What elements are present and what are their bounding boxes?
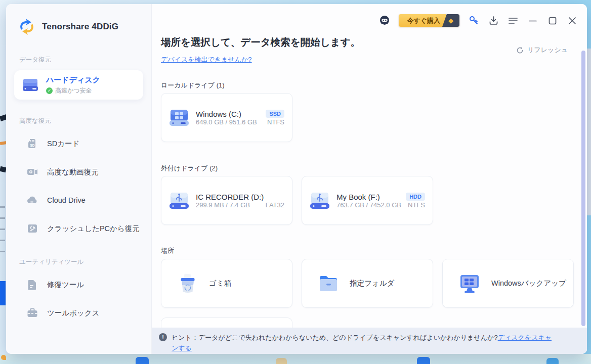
group-label-local-drives: ローカルドライブ (1) [161,81,225,90]
maximize-icon[interactable] [547,15,558,26]
hint-text: ヒント：データがどこで失われたかわからないため、どのドライブをスキャンすればよい… [172,334,498,341]
svg-text:SD: SD [30,144,34,147]
hard-disk-icon [21,77,39,93]
minimize-icon[interactable] [527,15,538,26]
location-label: Windowsバックアップ [491,279,566,288]
close-icon[interactable] [567,15,578,26]
recycle-bin-icon [177,272,198,295]
sd-card-icon: SD [26,138,38,150]
sidebar-item-label: 修復ツール [47,280,84,290]
sidebar-item-crashed-pc[interactable]: クラッシュしたPCから復元 [6,214,151,243]
drive-name: Windows (C:) [196,110,241,118]
drive-type-badge: SSD [266,110,284,118]
section-label-data-recovery: データ復元 [6,56,151,64]
sidebar-item-cloud-drive[interactable]: Cloud Drive [6,186,151,214]
sidebar-item-label: 高度な動画復元 [47,167,99,177]
buy-now-button[interactable]: 今すぐ購入 ◆ [399,14,459,27]
sidebar-item-label: ハードディスク [46,75,100,85]
repair-tool-icon [26,279,38,291]
sidebar-item-label: SDカード [47,139,79,149]
drive-size: 649.0 GB / 951.6 GB [196,118,257,126]
cloud-drive-icon [26,194,38,206]
desktop-window-behind [0,281,6,305]
section-label-advanced: 高度な復元 [6,117,151,125]
usb-drive-icon [308,190,331,211]
desktop-taskbar-icon [136,357,149,364]
drive-filesystem: NTFS [408,201,425,209]
sidebar-item-sd-card[interactable]: SD SDカード [6,129,151,158]
drive-filesystem: FAT32 [266,201,284,209]
drive-card-ic-recorder-d[interactable]: IC RECORDER (D:) 299.9 MB / 7.4 GB FAT32 [161,176,292,225]
video-recovery-icon [26,166,38,178]
drive-card-my-book-f[interactable]: My Book (F:) HDD 763.7 GB / 7452.0 GB NT… [302,176,433,225]
key-icon[interactable] [468,15,479,26]
desktop-wallpaper-text [0,206,5,252]
location-card-folder[interactable]: 指定フォルダ [302,259,433,308]
drive-name: IC RECORDER (D:) [196,193,264,201]
toolbox-icon [26,307,38,319]
folder-icon [318,274,339,294]
refresh-button[interactable]: リフレッシュ [516,46,568,55]
drive-card-windows-c[interactable]: Windows (C:) SSD 649.0 GB / 951.6 GB NTF… [161,93,292,142]
refresh-label: リフレッシュ [527,46,568,55]
desktop-taskbar-icon [546,358,559,364]
sidebar: Tenorshare 4DDiG データ復元 ハードディスク ✓ 高速かつ安全 [6,4,152,354]
app-logo-row: Tenorshare 4DDiG [6,4,151,35]
main-panel: 今すぐ購入 ◆ [152,4,587,354]
drive-size: 299.9 MB / 7.4 GB [196,201,250,209]
sidebar-item-video-recovery[interactable]: 高度な動画復元 [6,158,151,186]
buy-now-label: 今すぐ購入 [399,14,446,27]
usb-drive-icon [167,190,191,211]
location-card-windows-backup[interactable]: Windowsバックアップ [442,259,574,308]
crashed-pc-icon [26,222,38,235]
drive-type-badge: HDD [406,193,425,201]
desktop-taskbar-icon [417,357,430,364]
app-title: Tenorshare 4DDiG [42,22,118,32]
location-label: ゴミ箱 [209,279,231,288]
sidebar-item-repair-tool[interactable]: 修復ツール [6,270,151,299]
device-not-detected-link[interactable]: デバイスを検出できませんか? [161,55,252,64]
drive-filesystem: NTFS [267,118,284,126]
sidebar-item-hard-disk[interactable]: ハードディスク ✓ 高速かつ安全 [14,70,143,100]
group-label-external-drives: 外付けドライブ (2) [161,164,218,173]
titlebar: 今すぐ購入 ◆ [379,14,578,27]
desktop-taskbar-icon [1,355,6,360]
location-card-recycle-bin[interactable]: ゴミ箱 [161,259,292,308]
info-icon: ! [159,333,167,341]
4ddig-logo [17,18,36,35]
sidebar-item-toolbox[interactable]: ツールボックス [6,299,151,327]
app-window: Tenorshare 4DDiG データ復元 ハードディスク ✓ 高速かつ安全 [6,4,587,354]
page-title: 場所を選択して、データ検索を開始します。 [161,35,360,49]
menu-icon[interactable] [508,15,519,26]
windows-drive-icon [167,107,191,128]
desktop-window-behind [586,49,591,215]
sidebar-item-label: ツールボックス [47,308,100,318]
check-icon: ✓ [46,87,53,94]
drive-name: My Book (F:) [336,193,380,201]
bot-icon[interactable] [379,15,390,26]
download-icon[interactable] [488,15,499,26]
desktop-taskbar-strip [0,354,591,364]
windows-backup-icon [458,273,481,294]
hard-disk-subtitle: ✓ 高速かつ安全 [46,86,100,95]
sidebar-item-label: クラッシュしたPCから復元 [47,224,140,234]
location-label: 指定フォルダ [350,279,394,288]
scrollbar-thumb[interactable] [581,51,585,326]
hint-bar: ! ヒント：データがどこで失われたかわからないため、どのドライブをスキャンすれば… [152,328,587,354]
sidebar-item-label: Cloud Drive [47,196,86,204]
section-label-utility: ユーティリティツール [6,258,151,266]
refresh-icon [516,47,524,54]
desktop-taskbar-icon [276,358,287,364]
group-label-locations: 場所 [161,246,174,255]
drive-size: 763.7 GB / 7452.0 GB [336,201,401,209]
